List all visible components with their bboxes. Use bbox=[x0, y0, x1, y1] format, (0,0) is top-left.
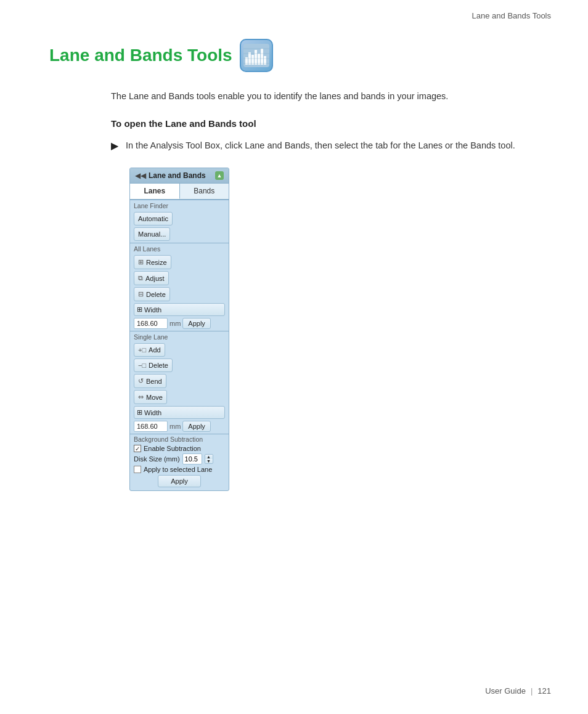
single-width-icon: ⊞ bbox=[137, 408, 142, 416]
single-width-button[interactable]: ⊞ Width bbox=[134, 406, 225, 419]
disk-size-row: Disk Size (mm) ▲ ▼ bbox=[134, 453, 225, 465]
panel-header: ◀◀ Lane and Bands ▲ bbox=[130, 168, 229, 184]
single-width-label: Width bbox=[144, 409, 161, 416]
apply-selected-checkbox[interactable] bbox=[134, 466, 141, 473]
single-delete-button[interactable]: −□ Delete bbox=[134, 359, 173, 372]
all-lanes-section: All Lanes ⊞ Resize ⧉ Adjust ⊟ Delete ⊞ W… bbox=[130, 243, 229, 329]
all-lanes-apply-button[interactable]: Apply bbox=[182, 318, 211, 329]
panel-title-row: ◀◀ Lane and Bands bbox=[135, 171, 206, 180]
all-resize-button[interactable]: ⊞ Resize bbox=[134, 255, 171, 269]
page-header: Lane and Bands Tools bbox=[0, 0, 588, 20]
all-adjust-label: Adjust bbox=[145, 275, 165, 282]
tab-bands[interactable]: Bands bbox=[180, 184, 229, 199]
single-move-label: Move bbox=[146, 394, 163, 401]
single-lane-unit: mm bbox=[169, 423, 181, 430]
bullet-icon: ▶ bbox=[111, 140, 118, 152]
background-subtraction-section: Background Subtraction ✓ Enable Subtract… bbox=[130, 434, 229, 487]
single-lane-section: Single Lane +□ Add −□ Delete ↺ Bend ⇔ Mo… bbox=[130, 331, 229, 432]
apply-selected-label: Apply to selected Lane bbox=[144, 466, 212, 473]
disk-size-label: Disk Size (mm) bbox=[134, 455, 180, 463]
single-lane-input-row: mm Apply bbox=[134, 421, 225, 432]
section-heading: To open the Lane and Bands tool bbox=[111, 118, 539, 129]
panel-wrapper: ◀◀ Lane and Bands ▲ Lanes Bands Lane Fin… bbox=[129, 168, 539, 491]
panel-title: Lane and Bands bbox=[149, 171, 206, 180]
page-footer: User Guide | 121 bbox=[485, 686, 551, 696]
main-content: Lane and Bands Tools The La bbox=[0, 20, 588, 516]
single-bend-button[interactable]: ↺ Bend bbox=[134, 374, 166, 388]
enable-subtraction-checkbox[interactable]: ✓ bbox=[134, 445, 141, 452]
manual-label: Manual... bbox=[138, 230, 166, 238]
lane-finder-section: Lane Finder Automatic Manual... bbox=[130, 200, 229, 241]
automatic-button[interactable]: Automatic bbox=[134, 212, 173, 225]
all-adjust-button[interactable]: ⧉ Adjust bbox=[134, 271, 169, 285]
footer-page-number: 121 bbox=[537, 686, 551, 696]
svg-rect-6 bbox=[261, 49, 263, 65]
disk-size-spinner[interactable]: ▲ ▼ bbox=[205, 454, 213, 464]
single-delete-label: Delete bbox=[149, 362, 168, 369]
manual-button[interactable]: Manual... bbox=[134, 227, 170, 241]
single-lane-label: Single Lane bbox=[130, 331, 229, 341]
all-width-label: Width bbox=[144, 306, 161, 314]
tool-icon-svg bbox=[243, 44, 269, 67]
bg-subtraction-label: Background Subtraction bbox=[130, 434, 229, 444]
svg-rect-4 bbox=[255, 50, 257, 65]
svg-rect-3 bbox=[251, 55, 254, 65]
apply-center-row: Apply bbox=[134, 475, 225, 487]
pin-button[interactable]: ▲ bbox=[215, 171, 224, 180]
automatic-label: Automatic bbox=[138, 215, 168, 222]
instruction-text: In the Analysis Tool Box, click Lane and… bbox=[126, 139, 515, 153]
back-icon[interactable]: ◀◀ bbox=[135, 171, 146, 180]
lb-panel: ◀◀ Lane and Bands ▲ Lanes Bands Lane Fin… bbox=[129, 168, 229, 491]
all-lanes-input-row: mm Apply bbox=[134, 318, 225, 329]
single-move-button[interactable]: ⇔ Move bbox=[134, 390, 167, 404]
single-add-button[interactable]: +□ Add bbox=[134, 343, 165, 357]
add-icon: +□ bbox=[138, 346, 146, 354]
single-lane-apply-button[interactable]: Apply bbox=[182, 421, 211, 432]
bend-icon: ↺ bbox=[138, 377, 144, 385]
all-width-button[interactable]: ⊞ Width bbox=[134, 303, 225, 316]
title-row: Lane and Bands Tools bbox=[49, 39, 539, 72]
all-lanes-unit: mm bbox=[169, 320, 181, 327]
tab-lanes[interactable]: Lanes bbox=[130, 184, 180, 199]
enable-subtraction-label: Enable Subtraction bbox=[144, 445, 201, 452]
all-delete-label: Delete bbox=[146, 291, 166, 298]
resize-icon: ⊞ bbox=[138, 258, 144, 266]
single-lane-width-input[interactable] bbox=[134, 421, 168, 432]
spinner-up[interactable]: ▲ bbox=[205, 455, 213, 459]
panel-tabs: Lanes Bands bbox=[130, 184, 229, 200]
enable-subtraction-row: ✓ Enable Subtraction bbox=[134, 445, 225, 452]
apply-selected-row: Apply to selected Lane bbox=[134, 466, 225, 473]
page-title: Lane and Bands Tools bbox=[49, 46, 232, 65]
single-delete-icon: −□ bbox=[138, 362, 146, 369]
adjust-icon: ⧉ bbox=[138, 274, 143, 282]
header-title: Lane and Bands Tools bbox=[472, 11, 551, 20]
single-add-label: Add bbox=[149, 346, 161, 354]
instruction-row: ▶ In the Analysis Tool Box, click Lane a… bbox=[111, 139, 539, 153]
intro-text: The Lane and Bands tools enable you to i… bbox=[111, 89, 539, 103]
apply-big-button[interactable]: Apply bbox=[158, 475, 201, 487]
all-delete-button[interactable]: ⊟ Delete bbox=[134, 287, 170, 301]
spinner-down[interactable]: ▼ bbox=[205, 459, 213, 463]
tool-icon bbox=[240, 39, 273, 72]
disk-size-input[interactable] bbox=[182, 453, 202, 465]
delete-icon: ⊟ bbox=[138, 290, 144, 298]
footer-divider: | bbox=[531, 686, 533, 696]
all-lanes-width-input[interactable] bbox=[134, 318, 168, 329]
all-resize-label: Resize bbox=[146, 259, 167, 266]
all-lanes-label: All Lanes bbox=[130, 243, 229, 253]
footer-text: User Guide bbox=[485, 686, 526, 696]
single-bend-label: Bend bbox=[146, 378, 162, 385]
move-icon: ⇔ bbox=[138, 393, 144, 401]
svg-rect-5 bbox=[258, 54, 260, 65]
all-width-icon: ⊞ bbox=[137, 306, 142, 314]
lane-finder-label: Lane Finder bbox=[130, 200, 229, 210]
